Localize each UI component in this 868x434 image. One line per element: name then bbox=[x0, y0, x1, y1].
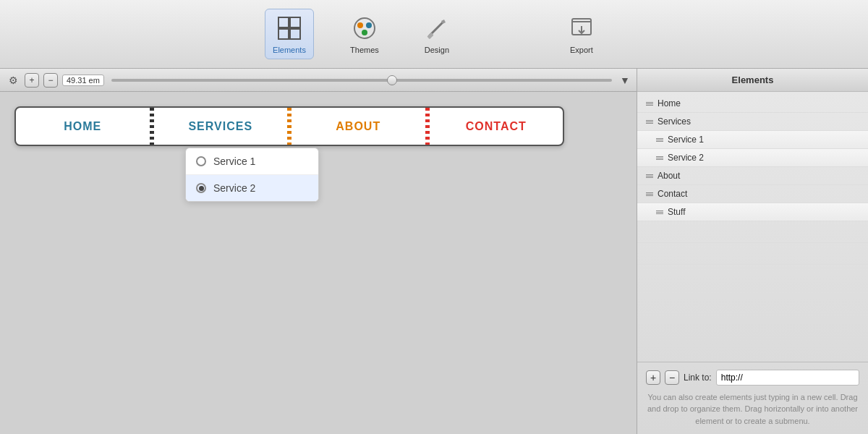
nav-bar: HOME SERVICES ABOUT CONTACT bbox=[14, 106, 564, 146]
tree-item-empty1[interactable] bbox=[637, 221, 868, 243]
svg-rect-2 bbox=[278, 29, 289, 39]
tree-item-empty2[interactable] bbox=[637, 243, 868, 265]
tree-item-about[interactable]: About bbox=[637, 167, 868, 185]
themes-tool[interactable]: Themes bbox=[343, 9, 386, 59]
zoom-slider[interactable] bbox=[111, 79, 612, 82]
link-input[interactable] bbox=[716, 370, 859, 386]
scroll-arrow[interactable]: ▼ bbox=[619, 75, 631, 86]
export-icon bbox=[567, 14, 596, 43]
design-label: Design bbox=[425, 46, 449, 54]
drag-handle-service2 bbox=[656, 156, 663, 160]
canvas-toolbar: ⚙ + − 49.31 em ▼ bbox=[0, 69, 637, 92]
nav-item-about[interactable]: ABOUT bbox=[292, 108, 425, 145]
design-tool[interactable]: Design bbox=[415, 9, 459, 59]
design-icon bbox=[422, 14, 451, 43]
nav-item-home[interactable]: HOME bbox=[16, 108, 150, 145]
tree-item-stuff[interactable]: Stuff bbox=[637, 203, 868, 221]
tree-item-service2[interactable]: Service 2 bbox=[637, 149, 868, 167]
elements-bottom: + − Link to: You can also create element… bbox=[637, 362, 868, 435]
themes-icon bbox=[350, 14, 379, 43]
dropdown-item-service2[interactable]: Service 2 bbox=[186, 175, 318, 201]
themes-label: Themes bbox=[350, 46, 379, 54]
remove-element-button[interactable]: − bbox=[665, 370, 679, 385]
svg-rect-0 bbox=[278, 17, 289, 27]
nav-item-services[interactable]: SERVICES bbox=[154, 108, 288, 145]
drag-handle-contact bbox=[646, 192, 653, 196]
zoom-in-button[interactable]: + bbox=[25, 73, 39, 88]
svg-point-7 bbox=[362, 30, 367, 35]
link-to-label: Link to: bbox=[684, 373, 712, 383]
drag-handle-home bbox=[646, 102, 653, 106]
add-element-button[interactable]: + bbox=[646, 370, 660, 385]
dropdown-item-service1[interactable]: Service 1 bbox=[186, 148, 318, 175]
drag-handle-about bbox=[646, 174, 653, 178]
services-dropdown: Service 1 Service 2 bbox=[185, 148, 319, 202]
elements-label: Elements bbox=[273, 46, 306, 54]
svg-rect-1 bbox=[290, 17, 300, 27]
radio-service2[interactable] bbox=[196, 183, 206, 193]
elements-tool[interactable]: Elements bbox=[265, 9, 314, 59]
toolbar: Elements Themes Design bbox=[0, 0, 868, 69]
canvas-content: HOME SERVICES ABOUT CONTACT bbox=[0, 92, 637, 434]
settings-icon[interactable]: ⚙ bbox=[6, 73, 20, 88]
drag-handle-stuff bbox=[656, 210, 663, 214]
tree-item-service1[interactable]: Service 1 bbox=[637, 131, 868, 149]
zoom-display: 49.31 em bbox=[62, 75, 104, 86]
export-tool[interactable]: Export bbox=[560, 9, 603, 59]
elements-panel: Elements Home Services S bbox=[637, 69, 868, 434]
elements-panel-title: Elements bbox=[637, 69, 868, 92]
zoom-thumb[interactable] bbox=[387, 75, 397, 85]
zoom-out-button[interactable]: − bbox=[43, 73, 58, 88]
elements-tree: Home Services Service 1 bbox=[637, 92, 868, 362]
export-label: Export bbox=[570, 46, 593, 54]
tree-item-home[interactable]: Home bbox=[637, 95, 868, 113]
canvas-area: ⚙ + − 49.31 em ▼ HOME SERVICES bbox=[0, 69, 637, 434]
radio-inner-service2 bbox=[199, 186, 204, 191]
radio-service1[interactable] bbox=[196, 156, 206, 166]
drag-handle-services bbox=[646, 120, 653, 124]
drag-handle-service1 bbox=[656, 138, 663, 142]
elements-icon bbox=[275, 14, 304, 43]
svg-rect-3 bbox=[290, 29, 300, 39]
svg-point-5 bbox=[357, 22, 363, 28]
nav-item-contact[interactable]: CONTACT bbox=[430, 108, 563, 145]
tree-item-services[interactable]: Services bbox=[637, 113, 868, 131]
svg-point-6 bbox=[366, 22, 372, 28]
help-text: You can also create elements just typing… bbox=[646, 391, 859, 427]
main-area: ⚙ + − 49.31 em ▼ HOME SERVICES bbox=[0, 69, 868, 434]
tree-item-contact[interactable]: Contact bbox=[637, 185, 868, 203]
link-row: + − Link to: bbox=[646, 370, 859, 386]
